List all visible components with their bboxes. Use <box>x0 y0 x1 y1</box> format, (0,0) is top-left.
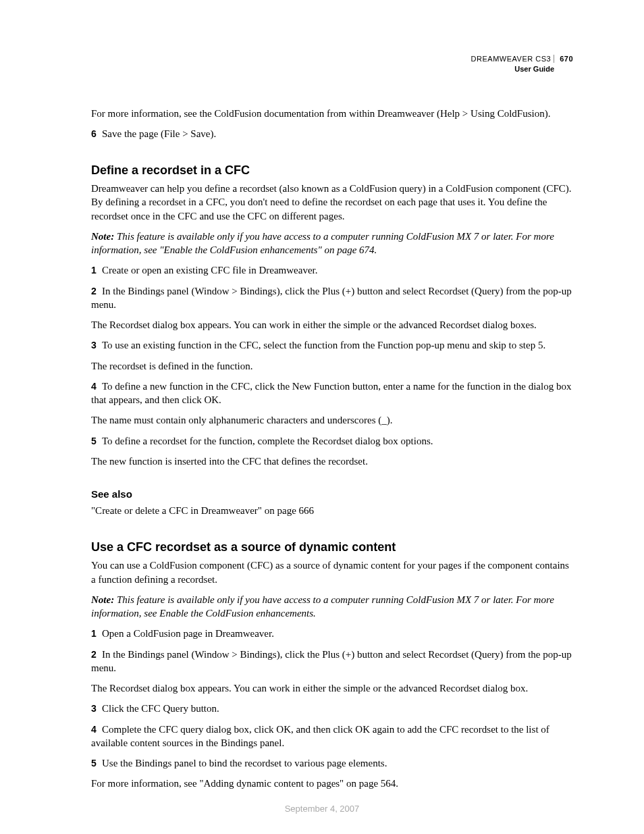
step-text: In the Bindings panel (Window > Bindings… <box>91 286 572 310</box>
note-paragraph: Note: This feature is available only if … <box>91 230 573 257</box>
step-number: 6 <box>91 128 102 140</box>
see-also-heading: See also <box>91 488 573 500</box>
body-text: You can use a ColdFusion component (CFC)… <box>91 558 573 586</box>
step-3: 3To use an existing function in the CFC,… <box>91 338 573 352</box>
step-text: Click the CFC Query button. <box>102 703 219 714</box>
step-2: 2In the Bindings panel (Window > Binding… <box>91 648 573 675</box>
section-heading-define-recordset: Define a recordset in a CFC <box>91 163 573 178</box>
step-number: 4 <box>91 380 102 393</box>
step-text: To use an existing function in the CFC, … <box>102 340 545 350</box>
step-text: Complete the CFC query dialog box, click… <box>91 724 549 748</box>
step-number: 5 <box>91 435 102 448</box>
step-number: 2 <box>91 648 102 661</box>
body-text: The recordset is defined in the function… <box>91 359 573 373</box>
header-line-1: DREAMWEAVER CS3670 <box>91 54 573 64</box>
body-text: Dreamweaver can help you define a record… <box>91 182 573 223</box>
body-text: The new function is inserted into the CF… <box>91 454 573 468</box>
note-label: Note: <box>91 594 114 605</box>
step-3: 3Click the CFC Query button. <box>91 702 573 715</box>
step-number: 1 <box>91 264 102 277</box>
step-6: 6Save the page (File > Save). <box>91 127 573 140</box>
section-heading-use-cfc-recordset: Use a CFC recordset as a source of dynam… <box>91 540 573 554</box>
step-4: 4Complete the CFC query dialog box, clic… <box>91 723 573 750</box>
header-subtitle: User Guide <box>91 64 573 74</box>
step-2: 2In the Bindings panel (Window > Binding… <box>91 284 573 312</box>
step-number: 5 <box>91 757 102 770</box>
step-1: 1Open a ColdFusion page in Dreamweaver. <box>91 627 573 640</box>
see-also-link: "Create or delete a CFC in Dreamweaver" … <box>91 504 573 517</box>
step-text: Create or open an existing CFC file in D… <box>102 265 318 276</box>
step-text: To define a recordset for the function, … <box>102 436 433 446</box>
step-text: Use the Bindings panel to bind the recor… <box>102 758 387 768</box>
note-label: Note: <box>91 231 114 242</box>
step-text: Open a ColdFusion page in Dreamweaver. <box>102 628 274 639</box>
body-text: For more information, see "Adding dynami… <box>91 777 573 790</box>
body-text: The name must contain only alphanumeric … <box>91 413 573 427</box>
note-body: This feature is available only if you ha… <box>91 231 554 255</box>
step-number: 3 <box>91 702 102 715</box>
step-5: 5Use the Bindings panel to bind the reco… <box>91 756 573 770</box>
page-content: DREAMWEAVER CS3670 User Guide For more i… <box>0 0 644 791</box>
step-text: Save the page (File > Save). <box>102 128 216 139</box>
step-text: In the Bindings panel (Window > Bindings… <box>91 649 572 673</box>
step-text: To define a new function in the CFC, cli… <box>91 381 571 405</box>
page-header: DREAMWEAVER CS3670 User Guide <box>91 54 573 74</box>
page-number: 670 <box>554 55 573 63</box>
step-number: 4 <box>91 723 102 736</box>
step-number: 2 <box>91 285 102 298</box>
note-paragraph: Note: This feature is available only if … <box>91 593 573 621</box>
step-1: 1Create or open an existing CFC file in … <box>91 263 573 277</box>
footer-date: September 4, 2007 <box>0 804 644 814</box>
step-number: 3 <box>91 339 102 352</box>
product-name: DREAMWEAVER CS3 <box>471 55 552 63</box>
note-body: This feature is available only if you ha… <box>91 594 554 619</box>
step-4: 4To define a new function in the CFC, cl… <box>91 380 573 407</box>
body-text: The Recordset dialog box appears. You ca… <box>91 681 573 695</box>
intro-paragraph: For more information, see the ColdFusion… <box>91 107 573 120</box>
step-5: 5To define a recordset for the function,… <box>91 434 573 448</box>
body-text: The Recordset dialog box appears. You ca… <box>91 318 573 332</box>
step-number: 1 <box>91 627 102 640</box>
